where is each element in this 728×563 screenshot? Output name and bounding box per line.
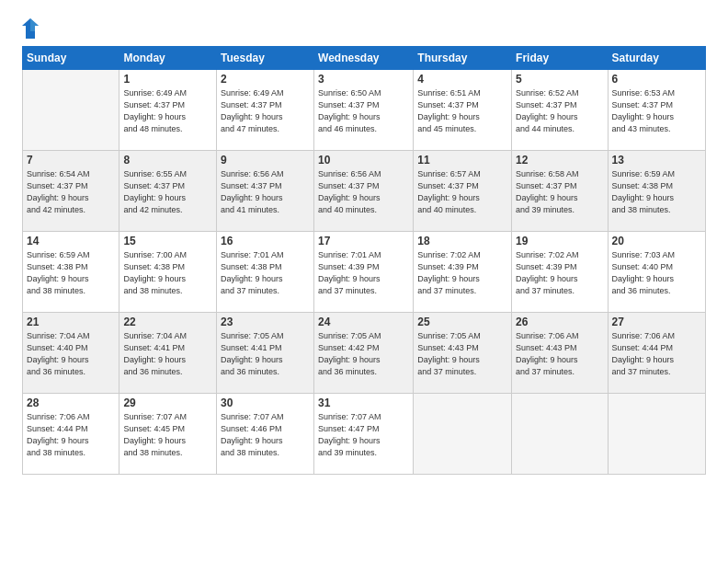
calendar-day-cell: 2Sunrise: 6:49 AMSunset: 4:37 PMDaylight…	[217, 70, 314, 151]
day-detail: Sunrise: 7:02 AMSunset: 4:39 PMDaylight:…	[516, 249, 603, 297]
day-number: 24	[318, 316, 409, 328]
day-header-tuesday: Tuesday	[217, 47, 314, 70]
day-number: 8	[123, 154, 212, 167]
calendar-day-cell: 12Sunrise: 6:58 AMSunset: 4:37 PMDayligh…	[512, 151, 608, 232]
day-number: 18	[417, 235, 507, 247]
day-number: 17	[318, 235, 409, 247]
calendar-day-cell	[512, 394, 608, 475]
day-detail: Sunrise: 6:52 AMSunset: 4:37 PMDaylight:…	[516, 87, 603, 135]
day-detail: Sunrise: 7:04 AMSunset: 4:40 PMDaylight:…	[27, 330, 115, 378]
day-detail: Sunrise: 6:56 AMSunset: 4:37 PMDaylight:…	[221, 168, 310, 216]
day-detail: Sunrise: 7:07 AMSunset: 4:47 PMDaylight:…	[318, 411, 409, 459]
day-detail: Sunrise: 7:07 AMSunset: 4:45 PMDaylight:…	[123, 411, 212, 459]
logo-icon	[22, 18, 39, 39]
calendar-day-cell: 15Sunrise: 7:00 AMSunset: 4:38 PMDayligh…	[119, 232, 217, 313]
day-number: 29	[123, 396, 212, 409]
day-number: 16	[221, 235, 310, 247]
calendar-day-cell: 20Sunrise: 7:03 AMSunset: 4:40 PMDayligh…	[608, 232, 705, 313]
day-detail: Sunrise: 7:05 AMSunset: 4:43 PMDaylight:…	[417, 330, 507, 378]
day-number: 13	[612, 154, 701, 167]
svg-marker-1	[30, 18, 39, 31]
calendar-day-cell: 16Sunrise: 7:01 AMSunset: 4:38 PMDayligh…	[217, 232, 314, 313]
calendar-day-cell: 6Sunrise: 6:53 AMSunset: 4:37 PMDaylight…	[608, 70, 705, 151]
day-detail: Sunrise: 7:06 AMSunset: 4:44 PMDaylight:…	[27, 411, 115, 459]
calendar-header-row: SundayMondayTuesdayWednesdayThursdayFrid…	[23, 47, 706, 70]
calendar-page: SundayMondayTuesdayWednesdayThursdayFrid…	[0, 0, 728, 563]
calendar-table: SundayMondayTuesdayWednesdayThursdayFrid…	[22, 46, 706, 475]
day-number: 6	[612, 73, 701, 86]
day-detail: Sunrise: 6:49 AMSunset: 4:37 PMDaylight:…	[221, 87, 310, 135]
day-detail: Sunrise: 6:54 AMSunset: 4:37 PMDaylight:…	[27, 168, 115, 216]
calendar-day-cell: 10Sunrise: 6:56 AMSunset: 4:37 PMDayligh…	[314, 151, 414, 232]
day-detail: Sunrise: 7:03 AMSunset: 4:40 PMDaylight:…	[612, 249, 701, 297]
day-number: 27	[612, 316, 701, 328]
day-detail: Sunrise: 6:50 AMSunset: 4:37 PMDaylight:…	[318, 87, 409, 135]
day-detail: Sunrise: 6:53 AMSunset: 4:37 PMDaylight:…	[612, 87, 701, 135]
header	[22, 18, 706, 39]
logo	[22, 18, 42, 39]
calendar-day-cell: 22Sunrise: 7:04 AMSunset: 4:41 PMDayligh…	[119, 313, 217, 394]
calendar-day-cell: 7Sunrise: 6:54 AMSunset: 4:37 PMDaylight…	[23, 151, 119, 232]
day-detail: Sunrise: 6:56 AMSunset: 4:37 PMDaylight:…	[318, 168, 409, 216]
calendar-day-cell: 11Sunrise: 6:57 AMSunset: 4:37 PMDayligh…	[414, 151, 512, 232]
calendar-day-cell: 27Sunrise: 7:06 AMSunset: 4:44 PMDayligh…	[608, 313, 705, 394]
day-number: 20	[612, 235, 701, 247]
day-detail: Sunrise: 7:04 AMSunset: 4:41 PMDaylight:…	[123, 330, 212, 378]
calendar-day-cell	[608, 394, 705, 475]
day-detail: Sunrise: 7:06 AMSunset: 4:43 PMDaylight:…	[516, 330, 603, 378]
day-number: 9	[221, 154, 310, 167]
day-detail: Sunrise: 7:00 AMSunset: 4:38 PMDaylight:…	[123, 249, 212, 297]
day-number: 5	[516, 73, 603, 86]
calendar-day-cell: 14Sunrise: 6:59 AMSunset: 4:38 PMDayligh…	[23, 232, 119, 313]
day-number: 1	[123, 73, 212, 86]
day-header-saturday: Saturday	[608, 47, 705, 70]
calendar-day-cell: 1Sunrise: 6:49 AMSunset: 4:37 PMDaylight…	[119, 70, 217, 151]
calendar-day-cell: 4Sunrise: 6:51 AMSunset: 4:37 PMDaylight…	[414, 70, 512, 151]
calendar-day-cell: 28Sunrise: 7:06 AMSunset: 4:44 PMDayligh…	[23, 394, 119, 475]
day-detail: Sunrise: 7:05 AMSunset: 4:42 PMDaylight:…	[318, 330, 409, 378]
day-detail: Sunrise: 7:06 AMSunset: 4:44 PMDaylight:…	[612, 330, 701, 378]
day-number: 23	[221, 316, 310, 328]
calendar-week-row: 14Sunrise: 6:59 AMSunset: 4:38 PMDayligh…	[23, 232, 706, 313]
calendar-day-cell: 24Sunrise: 7:05 AMSunset: 4:42 PMDayligh…	[314, 313, 414, 394]
calendar-day-cell: 3Sunrise: 6:50 AMSunset: 4:37 PMDaylight…	[314, 70, 414, 151]
day-number: 7	[27, 154, 115, 167]
day-header-monday: Monday	[119, 47, 217, 70]
day-header-wednesday: Wednesday	[314, 47, 414, 70]
day-number: 15	[123, 235, 212, 247]
day-number: 14	[27, 235, 115, 247]
calendar-day-cell: 21Sunrise: 7:04 AMSunset: 4:40 PMDayligh…	[23, 313, 119, 394]
calendar-day-cell: 8Sunrise: 6:55 AMSunset: 4:37 PMDaylight…	[119, 151, 217, 232]
day-header-friday: Friday	[512, 47, 608, 70]
calendar-day-cell: 13Sunrise: 6:59 AMSunset: 4:38 PMDayligh…	[608, 151, 705, 232]
day-number: 25	[417, 316, 507, 328]
calendar-day-cell	[414, 394, 512, 475]
day-detail: Sunrise: 7:05 AMSunset: 4:41 PMDaylight:…	[221, 330, 310, 378]
day-number: 3	[318, 73, 409, 86]
calendar-week-row: 1Sunrise: 6:49 AMSunset: 4:37 PMDaylight…	[23, 70, 706, 151]
day-detail: Sunrise: 6:57 AMSunset: 4:37 PMDaylight:…	[417, 168, 507, 216]
day-detail: Sunrise: 6:58 AMSunset: 4:37 PMDaylight:…	[516, 168, 603, 216]
day-number: 4	[417, 73, 507, 86]
day-number: 30	[221, 396, 310, 409]
calendar-day-cell: 17Sunrise: 7:01 AMSunset: 4:39 PMDayligh…	[314, 232, 414, 313]
calendar-week-row: 7Sunrise: 6:54 AMSunset: 4:37 PMDaylight…	[23, 151, 706, 232]
calendar-day-cell	[23, 70, 119, 151]
calendar-day-cell: 23Sunrise: 7:05 AMSunset: 4:41 PMDayligh…	[217, 313, 314, 394]
day-number: 11	[417, 154, 507, 167]
day-number: 28	[27, 396, 115, 409]
day-header-sunday: Sunday	[23, 47, 119, 70]
day-number: 22	[123, 316, 212, 328]
calendar-week-row: 21Sunrise: 7:04 AMSunset: 4:40 PMDayligh…	[23, 313, 706, 394]
calendar-day-cell: 25Sunrise: 7:05 AMSunset: 4:43 PMDayligh…	[414, 313, 512, 394]
day-number: 12	[516, 154, 603, 167]
day-detail: Sunrise: 6:49 AMSunset: 4:37 PMDaylight:…	[123, 87, 212, 135]
day-number: 2	[221, 73, 310, 86]
calendar-day-cell: 26Sunrise: 7:06 AMSunset: 4:43 PMDayligh…	[512, 313, 608, 394]
calendar-day-cell: 30Sunrise: 7:07 AMSunset: 4:46 PMDayligh…	[217, 394, 314, 475]
day-detail: Sunrise: 7:07 AMSunset: 4:46 PMDaylight:…	[221, 411, 310, 459]
calendar-week-row: 28Sunrise: 7:06 AMSunset: 4:44 PMDayligh…	[23, 394, 706, 475]
day-number: 19	[516, 235, 603, 247]
calendar-day-cell: 19Sunrise: 7:02 AMSunset: 4:39 PMDayligh…	[512, 232, 608, 313]
calendar-day-cell: 18Sunrise: 7:02 AMSunset: 4:39 PMDayligh…	[414, 232, 512, 313]
